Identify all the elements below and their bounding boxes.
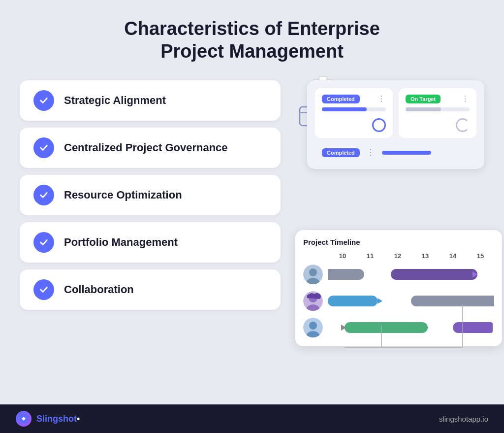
- status-cards-panel: Completed ⋮ On Target: [307, 80, 484, 169]
- check-icon: [33, 90, 54, 111]
- col-12: 12: [384, 252, 411, 260]
- check-icon: [33, 232, 54, 253]
- status-card-1: Completed ⋮: [315, 88, 393, 138]
- list-item: Collaboration: [20, 269, 281, 310]
- completed-badge: Completed: [322, 95, 360, 103]
- progress-bar: [322, 107, 386, 111]
- right-panel: Completed ⋮ On Target: [295, 80, 484, 346]
- progress-circle: [372, 118, 386, 132]
- footer-brand: Slingshot•: [36, 414, 80, 424]
- avatar-3: [303, 318, 323, 337]
- avatar-2: [303, 291, 323, 311]
- footer: Slingshot• slingshotapp.io: [0, 404, 504, 433]
- content-area: Strategic Alignment Centralized Project …: [20, 80, 484, 346]
- svg-point-5: [309, 268, 317, 276]
- on-target-badge: On Target: [406, 95, 441, 103]
- status-row-1: Completed ⋮ On Target: [315, 88, 476, 138]
- gantt-row-2: [303, 290, 494, 312]
- gantt-rows: [303, 264, 494, 338]
- gantt-row-1: [303, 264, 494, 285]
- footer-url: slingshotapp.io: [439, 415, 488, 423]
- list-item: Resource Optimization: [20, 175, 281, 215]
- page-title: Characteristics of Enterprise Project Ma…: [124, 18, 380, 63]
- timeline-title: Project Timeline: [303, 238, 494, 246]
- gantt-area-2: [328, 291, 494, 311]
- progress-bar: [406, 107, 470, 111]
- timeline-panel: Project Timeline 10 11 12 13 14 15: [295, 230, 502, 346]
- check-icon: [33, 279, 54, 300]
- progress-fill: [322, 107, 367, 111]
- avatar-1: [303, 265, 323, 284]
- timeline-headers: 10 11 12 13 14 15: [303, 252, 494, 260]
- check-icon: [33, 185, 54, 205]
- status-card-3: Completed ⋮: [315, 144, 476, 161]
- gantt-area-3: [328, 318, 494, 337]
- item-label: Collaboration: [64, 283, 134, 296]
- check-icon: [33, 137, 54, 158]
- list-item: Strategic Alignment: [20, 80, 281, 121]
- progress-fill: [406, 107, 441, 111]
- logo-icon: [16, 411, 32, 427]
- gantt-row-3: [303, 317, 494, 338]
- list-item: Portfolio Management: [20, 222, 281, 263]
- item-label: Portfolio Management: [64, 236, 178, 249]
- item-label: Resource Optimization: [64, 189, 182, 201]
- footer-logo: Slingshot•: [16, 411, 80, 427]
- col-10: 10: [329, 252, 356, 260]
- col-14: 14: [439, 252, 467, 260]
- completed-badge-2: Completed: [322, 148, 360, 157]
- more-options-icon[interactable]: ⋮: [378, 94, 386, 103]
- item-label: Centralized Project Governance: [64, 141, 228, 154]
- list-item: Centralized Project Governance: [20, 128, 281, 168]
- progress-bar-partial: [382, 151, 431, 155]
- gantt-area-1: [328, 265, 494, 284]
- status-card-2: On Target ⋮: [399, 88, 476, 138]
- col-15: 15: [467, 252, 494, 260]
- more-options-icon[interactable]: ⋮: [367, 148, 375, 157]
- main-container: Characteristics of Enterprise Project Ma…: [0, 0, 504, 412]
- left-panel: Strategic Alignment Centralized Project …: [20, 80, 281, 310]
- more-options-icon[interactable]: ⋮: [461, 94, 470, 103]
- item-label: Strategic Alignment: [64, 94, 166, 107]
- svg-point-11: [309, 322, 317, 330]
- col-13: 13: [411, 252, 439, 260]
- progress-circle: [456, 118, 470, 132]
- col-11: 11: [356, 252, 384, 260]
